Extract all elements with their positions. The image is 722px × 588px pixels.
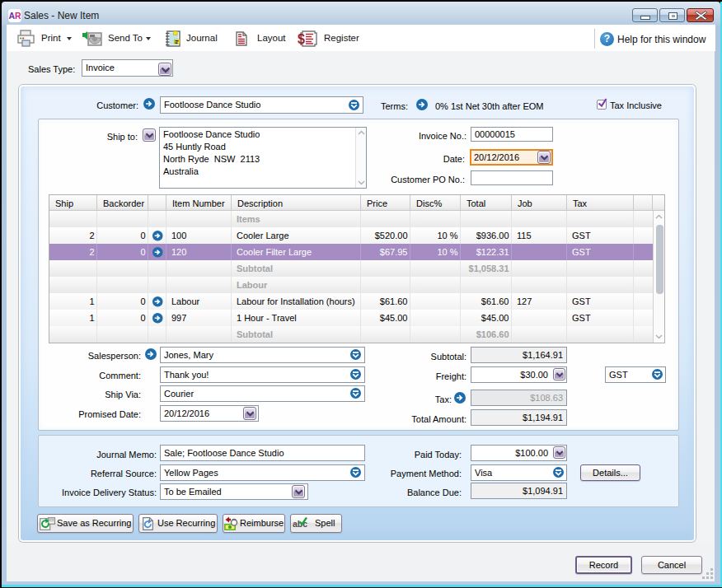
svg-text:$: $ bbox=[298, 32, 305, 46]
